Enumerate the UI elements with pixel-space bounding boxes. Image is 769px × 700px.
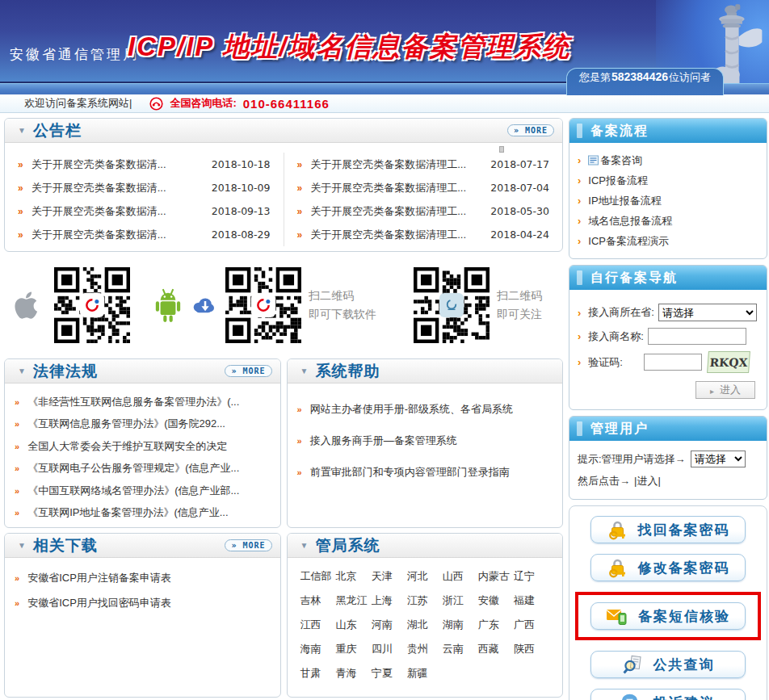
laws-panel: 法律法规 » MORE 《非经营性互联网信息服务备案管理办法》(... 《互联网…	[4, 358, 281, 528]
bureau-link[interactable]: 宁夏	[372, 666, 407, 681]
captcha-input[interactable]	[644, 354, 702, 371]
bureau-link[interactable]: 四川	[372, 642, 407, 656]
triangle-icon	[300, 541, 309, 550]
enter-button[interactable]: 进入	[695, 381, 755, 399]
law-link[interactable]: 《互联网IP地址备案管理办法》(信息产业...	[27, 505, 228, 520]
admin-users-body: 提示:管理用户请选择→ 请选择 然后点击→ |进入|	[569, 441, 767, 499]
announcement-link[interactable]: 关于开展空壳类备案数据清...	[32, 157, 207, 172]
admin-enter-link[interactable]: |进入|	[634, 474, 661, 488]
bureau-link[interactable]: 陕西	[514, 642, 549, 656]
bullet-icon	[578, 154, 581, 166]
bureau-link[interactable]: 河南	[372, 618, 407, 632]
bureau-link[interactable]: 重庆	[336, 642, 372, 656]
help-link[interactable]: 接入服务商手册—备案管理系统	[310, 434, 457, 448]
announcement-link[interactable]: 关于开展空壳类备案数据清...	[32, 228, 207, 242]
law-item: 《互联网IP地址备案管理办法》(信息产业...	[15, 502, 271, 525]
bureau-link[interactable]: 湖南	[443, 618, 478, 632]
retrieve-password-button[interactable]: 找回备案密码	[590, 516, 746, 543]
bureau-link[interactable]: 西藏	[478, 642, 514, 656]
process-link-consult[interactable]: 备案咨询	[588, 153, 642, 168]
bureau-link[interactable]: 河北	[407, 569, 443, 584]
sms-verify-button[interactable]: 备案短信核验	[590, 602, 746, 630]
download-link[interactable]: 安徽省ICP用户注销备案申请表	[27, 571, 171, 585]
welcome-text: 欢迎访问备案系统网站|	[24, 96, 132, 111]
admin-tip-text: 提示:管理用户请选择→	[578, 452, 686, 467]
bureau-link[interactable]: 江苏	[407, 593, 443, 608]
announcements-title: 公告栏	[33, 120, 82, 141]
left-column: 公告栏 » MORE 关于开展空壳类备案数据清... 2018-10-18	[4, 118, 563, 700]
announcement-link[interactable]: 关于开展空壳类备案数据清理工...	[310, 181, 485, 195]
beian-logo-icon	[253, 295, 274, 316]
bureau-link[interactable]: 上海	[372, 593, 407, 608]
bureau-link[interactable]: 黑龙江	[336, 593, 372, 608]
bureau-link[interactable]: 江西	[300, 618, 336, 632]
announcement-link[interactable]: 关于开展空壳类备案数据清...	[32, 181, 207, 195]
apple-icon[interactable]	[9, 288, 38, 322]
law-link[interactable]: 《互联网信息服务管理办法》(国务院292...	[27, 417, 225, 431]
laws-more-button[interactable]: » MORE	[225, 365, 271, 377]
filing-process-panel: 备案流程 备案咨询 ICP报备流程 IP地址报备流程	[569, 118, 767, 259]
change-password-button[interactable]: 修改备案密码	[590, 554, 746, 581]
announcements-more-button[interactable]: » MORE	[507, 124, 554, 136]
announcement-row: 关于开展空壳类备案数据清理工... 2018-07-04	[284, 176, 563, 199]
help-header: 系统帮助	[288, 359, 563, 384]
help-link[interactable]: 网站主办者使用手册-部级系统、各省局系统	[310, 402, 513, 417]
process-link[interactable]: ICP备案流程演示	[588, 234, 669, 249]
process-item: ICP备案流程演示	[578, 231, 758, 251]
complaints-button[interactable]: 投诉建议	[590, 689, 746, 700]
bullet-icon	[297, 206, 303, 217]
announcement-link[interactable]: 关于开展空壳类备案数据清理工...	[310, 157, 485, 172]
admin-user-select[interactable]: 请选择	[691, 451, 746, 467]
law-item: 《互联网信息服务管理办法》(国务院292...	[15, 413, 271, 436]
bureau-link[interactable]: 安徽	[478, 593, 514, 608]
bureau-link[interactable]: 工信部	[300, 569, 336, 584]
process-item: 域名信息报备流程	[578, 211, 758, 231]
isp-name-input[interactable]	[648, 328, 746, 345]
welcome-bar: 欢迎访问备案系统网站| 全国咨询电话: 010-66411166	[0, 94, 769, 113]
law-link[interactable]: 全国人大常委会关于维护互联网安全的决定	[27, 439, 227, 454]
bureau-link[interactable]: 海南	[300, 642, 336, 656]
captcha-image[interactable]: RKQX	[707, 351, 750, 373]
announcement-link[interactable]: 关于开展空壳类备案数据清理工...	[310, 228, 485, 242]
bureau-link[interactable]: 内蒙古	[478, 569, 514, 584]
bureau-link[interactable]: 福建	[514, 593, 549, 608]
announcement-link[interactable]: 关于开展空壳类备案数据清...	[32, 204, 207, 219]
download-link[interactable]: 安徽省ICP用户找回密码申请表	[27, 596, 171, 610]
law-link[interactable]: 《中国互联网络域名管理办法》(信息产业部...	[27, 484, 239, 498]
process-link[interactable]: ICP报备流程	[588, 174, 648, 188]
help-link[interactable]: 前置审批部门和专项内容管理部门登录指南	[310, 465, 510, 480]
bureau-link[interactable]: 浙江	[443, 593, 478, 608]
bureau-link[interactable]: 山东	[336, 618, 372, 632]
help-list: 网站主办者使用手册-部级系统、各省局系统 接入服务商手册—备案管理系统 前置审批…	[288, 384, 563, 495]
bureau-link[interactable]: 甘肃	[300, 666, 336, 681]
announcement-link[interactable]: 关于开展空壳类备案数据清理工...	[310, 204, 485, 219]
qr-follow-caption: 扫二维码 即可关注	[497, 287, 542, 324]
bureau-link[interactable]: 吉林	[300, 593, 336, 608]
announcements-body: 关于开展空壳类备案数据清... 2018-10-18 关于开展空壳类备案数据清.…	[5, 143, 562, 251]
bureau-link[interactable]: 广东	[478, 618, 514, 632]
bureau-link[interactable]: 天津	[372, 569, 407, 584]
downloads-panel: 相关下载 » MORE 安徽省ICP用户注销备案申请表 安徽省ICP用户找回密码…	[4, 533, 281, 698]
province-select[interactable]: 请选择	[658, 304, 757, 321]
law-link[interactable]: 《非经营性互联网信息服务备案管理办法》(...	[27, 395, 239, 409]
phone-icon	[149, 97, 163, 111]
android-icon[interactable]	[151, 287, 185, 324]
lock-key-icon	[607, 557, 628, 578]
process-link[interactable]: 域名信息报备流程	[588, 214, 672, 228]
downloads-more-button[interactable]: » MORE	[225, 539, 271, 551]
process-link[interactable]: IP地址报备流程	[588, 194, 661, 208]
cloud-download-icon[interactable]	[192, 296, 214, 314]
bureau-link[interactable]: 山西	[443, 569, 478, 584]
qr-code-strip: 扫二维码 即可下载软件 扫二维码 即可关注	[4, 257, 563, 354]
bureau-link[interactable]: 贵州	[407, 642, 443, 656]
bureau-link[interactable]: 湖北	[407, 618, 443, 632]
bureau-link[interactable]: 北京	[336, 569, 372, 584]
public-query-button[interactable]: 公共查询	[590, 651, 746, 678]
bureau-link[interactable]: 云南	[443, 642, 478, 656]
bureau-link[interactable]: 新疆	[407, 666, 443, 681]
bureau-link[interactable]: 广西	[514, 618, 549, 632]
bureau-link[interactable]: 青海	[336, 666, 372, 681]
law-link[interactable]: 《互联网电子公告服务管理规定》(信息产业...	[27, 461, 239, 476]
bureau-link[interactable]: 辽宁	[514, 569, 549, 584]
captcha-row: 验证码: RKQX	[578, 351, 758, 373]
